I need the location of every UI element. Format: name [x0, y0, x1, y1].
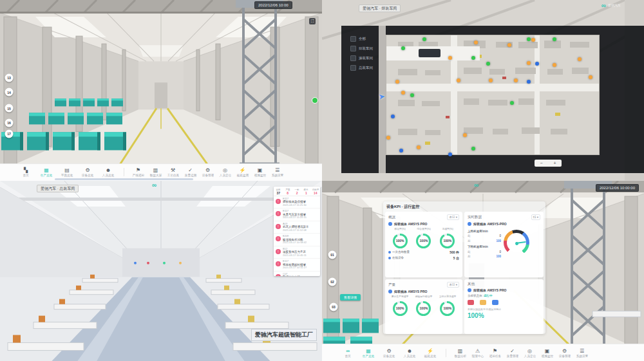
toolbar-item[interactable]: ⚑ 巡检任务: [486, 345, 504, 360]
toolbar-item[interactable]: ⚠ 报警中心: [469, 345, 486, 360]
checkbox-icon[interactable]: [350, 36, 356, 42]
alarm-tab[interactable]: 提示 1: [301, 188, 310, 195]
map-poi-dot[interactable]: [527, 80, 531, 84]
toolbar-item[interactable]: ✓ 质量追溯: [182, 165, 199, 180]
toolbar-item[interactable]: ☻ 人员总览: [399, 345, 420, 360]
map-poi-dot[interactable]: [401, 91, 405, 95]
toolbar-item[interactable]: ⚡ 能耗监测: [234, 165, 251, 180]
toolbar-item[interactable]: ✓ 质量管理: [504, 345, 521, 360]
map-poi-dot[interactable]: [535, 62, 539, 66]
alarm-tab[interactable]: 严重 8: [283, 188, 292, 195]
map-poi-dot[interactable]: [531, 38, 535, 42]
toolbar-item[interactable]: ▥ 数据分析: [451, 345, 469, 360]
alarm-list-item[interactable]: ! B12 涂胶系统压力不足 2021-03-17 10:45:11: [274, 246, 320, 259]
map-poi-dot[interactable]: [553, 63, 556, 67]
map-poi-dot[interactable]: [448, 56, 452, 60]
map-poi-dot[interactable]: [578, 57, 582, 61]
range-dropdown[interactable]: ±1 ▾: [531, 214, 540, 220]
hotspot-marker[interactable]: 02: [328, 277, 337, 286]
alarm-list-item[interactable]: ! A03 机器人焊钳通讯异常 2021-03-17 11:12:08: [274, 221, 320, 234]
toolbar-item[interactable]: ◎ 人员定位: [521, 345, 538, 360]
toolbar-item[interactable]: ▦ 生产总览: [36, 165, 57, 180]
alarm-time: 2021-03-17 11:20:15: [283, 216, 307, 219]
toolbar-item[interactable]: ⚡ 能耗总览: [420, 345, 440, 360]
workshop-chip[interactable]: 爱驰汽车 · 焊装车间: [359, 5, 401, 12]
toolbar-item[interactable]: ⚙ 设备总览: [379, 345, 399, 360]
map-poi-dot[interactable]: [386, 136, 390, 140]
toolbar-item[interactable]: ⚙ 设备管理: [556, 345, 573, 360]
range-dropdown[interactable]: 本日 ▾: [447, 282, 459, 288]
toolbar-item[interactable]: ◎ 人员定位: [216, 165, 234, 180]
hotspot-marker[interactable]: 15: [5, 104, 14, 113]
zoom-in-button[interactable]: +: [551, 160, 558, 167]
yellow-status-icon[interactable]: [480, 300, 486, 305]
map-poi-dot[interactable]: [471, 147, 475, 151]
map-poi-dot[interactable]: [589, 75, 592, 79]
checkbox-icon[interactable]: [350, 55, 356, 61]
workshop-chip[interactable]: 爱驰汽车 · 总装车间: [37, 185, 79, 192]
hotspot-marker[interactable]: 13: [5, 73, 14, 82]
map-poi-dot[interactable]: [510, 101, 514, 105]
alarm-list-item[interactable]: ! E117 夹具气压异常报警 2021-03-17 11:20:15: [274, 208, 320, 221]
alarm-list-item[interactable]: ! E209 输送线电机过载 2021-03-17 10:58:42: [274, 234, 320, 246]
map-poi-dot[interactable]: [486, 62, 490, 66]
floor-plan[interactable]: ➤: [386, 35, 599, 154]
map-poi-dot[interactable]: [457, 79, 460, 82]
toolbar-item[interactable]: ▚ 首页: [15, 165, 36, 180]
alarm-list-item[interactable]: ! E117 视觉检测超时报警 2021-03-17 10:31:27: [274, 259, 320, 272]
blue-status-icon[interactable]: [492, 300, 498, 305]
toolbar-item[interactable]: ∞ 首页: [337, 345, 358, 360]
layer-menu-item[interactable]: 焊装车间: [350, 46, 373, 51]
toolbar-item[interactable]: ☰ 系统设置: [573, 345, 591, 360]
layer-menu-item[interactable]: 全部: [350, 36, 373, 42]
toolbar-item[interactable]: ▣ 视频监控: [251, 165, 269, 180]
alarm-tab[interactable]: 已处理 14: [311, 188, 320, 195]
map-poi-dot[interactable]: [410, 93, 414, 97]
map-poi-dot[interactable]: [448, 153, 452, 156]
map-poi-dot[interactable]: [527, 37, 531, 41]
alarm-tab[interactable]: 全部 37: [274, 188, 283, 195]
map-poi-dot[interactable]: [422, 37, 426, 41]
zoom-out-button[interactable]: −: [538, 160, 544, 167]
toolbar-item[interactable]: ⚙ 设备管理: [199, 165, 216, 180]
toolbar-item[interactable]: ☰ 系统设置: [269, 165, 286, 180]
toolbar-item[interactable]: ▤ 平面总览: [57, 165, 77, 180]
toolbar-item[interactable]: ▦ 生产总览: [358, 345, 379, 360]
map-poi-dot[interactable]: [395, 80, 399, 84]
checkbox-icon[interactable]: [350, 46, 356, 51]
map-poi-dot[interactable]: [471, 56, 475, 60]
map-poi-dot[interactable]: [391, 115, 395, 118]
view-detail-button[interactable]: 查看详情: [340, 294, 361, 301]
hotspot-marker[interactable]: 17: [5, 129, 14, 138]
map-poi-dot[interactable]: [527, 61, 531, 65]
alarm-list-item[interactable]: ! E117 焊装线体急停报警 2021-03-17 11:25:30: [274, 196, 320, 209]
map-poi-dot[interactable]: [507, 43, 511, 47]
toolbar-item[interactable]: ▣ 视频监控: [538, 345, 556, 360]
map-poi-dot[interactable]: [417, 145, 421, 149]
range-dropdown[interactable]: 本日 ▾: [447, 214, 459, 220]
map-poi-dot[interactable]: [553, 37, 556, 41]
hotspot-marker[interactable]: 16: [5, 118, 14, 127]
red-status-icon[interactable]: [468, 300, 474, 305]
map-poi-dot[interactable]: [514, 79, 518, 82]
toolbar-item[interactable]: ⚑ 产线巡检: [129, 165, 147, 180]
layer-menu-item[interactable]: 总装车间: [350, 65, 373, 71]
map-poi-dot[interactable]: [401, 46, 405, 50]
toolbar-item[interactable]: ⚒ 工艺仿真: [164, 165, 182, 180]
map-poi-dot[interactable]: [474, 41, 478, 44]
hotspot-marker[interactable]: 01: [328, 250, 337, 259]
alarm-list-item[interactable]: ! C07 PLC连接中断 2021-03-17 10:18:55: [274, 272, 320, 276]
hotspot-marker[interactable]: 14: [5, 88, 14, 97]
map-poi-dot[interactable]: [489, 79, 493, 82]
checkbox-icon[interactable]: [350, 65, 356, 71]
toolbar-item[interactable]: ☻ 人员总览: [98, 165, 118, 180]
layer-menu-item[interactable]: 涂装车间: [350, 55, 373, 61]
alarm-tab[interactable]: 一般 2: [292, 188, 301, 195]
map-poi-dot[interactable]: [399, 149, 403, 153]
hotspot-marker[interactable]: 03: [330, 302, 338, 311]
toolbar-scrollbar[interactable]: [55, 178, 193, 180]
locate-plane-icon[interactable]: ➤: [378, 91, 386, 101]
toolbar-item[interactable]: ⚙ 设备总览: [77, 165, 98, 180]
toolbar-item[interactable]: ▥ 数据大屏: [147, 165, 164, 180]
map-poi-dot[interactable]: [463, 133, 467, 137]
